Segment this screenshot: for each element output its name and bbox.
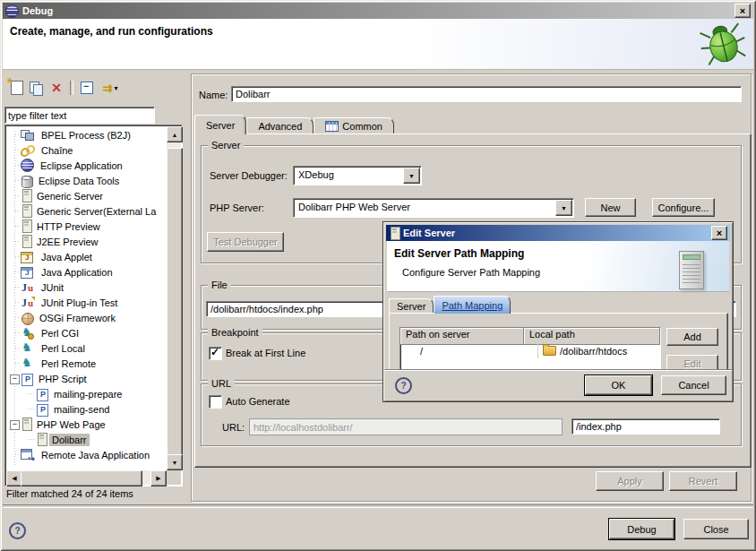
dialog-header: Edit Server Path Mapping Configure Serve… <box>387 241 729 292</box>
base-url-input <box>249 418 563 435</box>
tree-item[interactable]: Generic Server(External La <box>6 203 167 219</box>
collapse-all-button[interactable] <box>77 79 97 97</box>
tree-item[interactable]: BPEL Process (B2J) <box>6 127 167 142</box>
tree-horizontal-scrollbar[interactable]: ◀ ▶ <box>6 470 167 485</box>
tree-item[interactable]: −PHP Web Page <box>6 417 167 432</box>
tree-vertical-scrollbar[interactable]: ▲ ▼ <box>167 126 181 470</box>
test-debugger-button[interactable]: Test Debugger <box>207 232 284 252</box>
scroll-right-icon[interactable]: ▶ <box>150 470 167 486</box>
configure-server-button[interactable]: Configure... <box>652 198 715 217</box>
dialog-tab-path-mapping[interactable]: Path Mapping <box>434 296 511 314</box>
table-icon <box>325 121 339 132</box>
scrollbar-thumb[interactable] <box>21 470 142 486</box>
server-icon <box>391 227 400 240</box>
tab-label: Path Mapping <box>442 300 503 311</box>
mapping-row[interactable]: //dolibarr/htdocs <box>400 343 660 358</box>
url-path-input[interactable] <box>571 418 720 435</box>
scroll-down-icon[interactable]: ▼ <box>167 454 183 470</box>
close-icon: × <box>717 228 722 237</box>
combo-arrow-icon[interactable]: ▼ <box>403 168 420 184</box>
auto-generate-checkbox[interactable] <box>209 395 222 409</box>
remote-java-icon <box>21 449 35 461</box>
tree-item[interactable]: Eclipse Application <box>6 158 167 173</box>
bug-icon <box>695 15 752 70</box>
eclipse-icon <box>21 159 34 172</box>
ok-button[interactable]: OK <box>585 375 652 395</box>
add-mapping-button[interactable]: Add <box>666 328 718 346</box>
delete-button[interactable]: ✕ <box>47 79 66 97</box>
dialog-title-bar[interactable]: Edit Server × <box>386 225 730 241</box>
tree-item-label: PHP Script <box>36 373 90 385</box>
edit-server-dialog: Edit Server × Edit Server Path Mapping C… <box>382 221 734 402</box>
php-server-select[interactable]: Dolibarr PHP Web Server ▼ <box>293 198 574 218</box>
tree-item[interactable]: Java Applet <box>6 249 167 264</box>
scrollbar-thumb[interactable] <box>167 148 183 456</box>
server-group-title: Server <box>208 140 244 151</box>
tree-item[interactable]: JUnit Plug-in Test <box>6 295 167 310</box>
tree-item-label: OSGi Framework <box>37 312 118 324</box>
new-configuration-button[interactable] <box>7 79 27 97</box>
tree-item-label: Generic Server(External La <box>34 205 159 218</box>
dialog-help-icon[interactable]: ? <box>395 377 412 394</box>
filter-status: Filter matched 24 of 24 items <box>6 488 133 499</box>
tab-advanced[interactable]: Advanced <box>246 117 314 134</box>
cancel-button[interactable]: Cancel <box>661 375 726 395</box>
server-icon <box>38 433 47 446</box>
tree-item[interactable]: Perl Local <box>6 340 167 356</box>
column-local-path[interactable]: Local path <box>524 328 660 345</box>
tree-item[interactable]: Perl Remote <box>6 356 167 371</box>
tree-item[interactable]: OSGi Framework <box>6 310 167 325</box>
tree-item[interactable]: mailing-prepare <box>6 386 167 401</box>
junit-plugin-icon <box>21 297 35 309</box>
tree-item[interactable]: HTTP Preview <box>6 219 167 234</box>
tree-item[interactable]: JUnit <box>6 280 167 295</box>
revert-button[interactable]: Revert <box>669 471 737 491</box>
debug-button[interactable]: Debug <box>609 519 674 539</box>
tree-item[interactable]: Generic Server <box>6 188 167 203</box>
chain-icon <box>21 144 35 157</box>
apply-button[interactable]: Apply <box>596 471 664 491</box>
new-server-button[interactable]: New <box>585 198 636 217</box>
applet-icon <box>21 251 35 263</box>
dropdown-arrow-icon: ▾ <box>114 84 117 92</box>
server-icon <box>22 189 32 202</box>
osgi-icon <box>21 313 34 325</box>
tree-item[interactable]: Remote Java Application <box>6 447 167 462</box>
tree-item[interactable]: Perl CGI <box>6 325 167 340</box>
url-label: URL: <box>222 422 245 433</box>
tree-item[interactable]: mailing-send <box>6 401 167 417</box>
collapse-toggle-icon[interactable]: − <box>10 420 20 430</box>
tree-item[interactable]: Chaîne <box>6 142 167 158</box>
dialog-close-button[interactable]: × <box>711 226 727 240</box>
process-icon <box>21 129 35 142</box>
break-first-line-checkbox[interactable] <box>209 347 222 360</box>
break-first-line-label: Break at First Line <box>226 348 305 358</box>
dialog-tab-server[interactable]: Server <box>389 298 434 314</box>
close-icon: × <box>740 6 745 15</box>
perl-cgi-icon <box>21 327 35 340</box>
title-bar[interactable]: Debug × <box>3 3 753 19</box>
tree-item[interactable]: −PHP Script <box>6 371 167 386</box>
help-icon[interactable]: ? <box>9 522 26 539</box>
close-button[interactable]: Close <box>683 519 749 539</box>
page-title: Create, manage, and run configurations <box>10 25 213 38</box>
tab-server[interactable]: Server <box>194 115 246 134</box>
tree-item[interactable]: J2EE Preview <box>6 234 167 249</box>
collapse-toggle-icon[interactable]: − <box>10 375 20 384</box>
mapping-table-body: //dolibarr/htdocs <box>400 343 660 358</box>
filter-input[interactable] <box>4 107 155 124</box>
filter-button[interactable]: ⇉▾ <box>97 79 124 97</box>
tree-item[interactable]: Java Application <box>6 264 167 280</box>
scroll-up-icon[interactable]: ▲ <box>167 126 183 142</box>
tree-item-label: Perl Local <box>39 342 88 355</box>
tree-item[interactable]: Eclipse Data Tools <box>6 173 167 188</box>
duplicate-button[interactable] <box>27 79 47 97</box>
tab-common[interactable]: Common <box>314 117 394 134</box>
config-tree-container: BPEL Process (B2J)ChaîneEclipse Applicat… <box>4 125 183 486</box>
breakpoint-group-title: Breakpoint <box>208 327 262 338</box>
java-icon <box>21 266 35 279</box>
tree-item[interactable]: Dolibarr <box>6 432 167 447</box>
server-debugger-select[interactable]: XDebug ▼ <box>293 166 422 185</box>
name-input[interactable] <box>231 86 742 102</box>
combo-arrow-icon[interactable]: ▼ <box>555 200 572 216</box>
